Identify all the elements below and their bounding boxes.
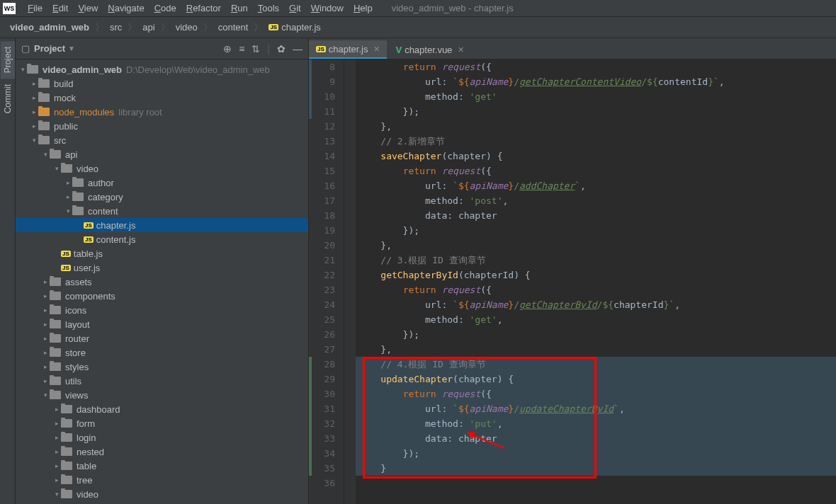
editor-tabs: JSchapter.js ✕ Vchapter.vue ✕ — [309, 38, 836, 59]
window-title: video_admin_web - chapter.js — [392, 3, 514, 13]
tree-item-mock[interactable]: ▸mock — [16, 91, 308, 105]
tree-item-views[interactable]: ▾views — [16, 388, 308, 402]
menu-git[interactable]: Git — [284, 3, 306, 13]
menu-window[interactable]: Window — [306, 3, 349, 13]
menu-file[interactable]: File — [23, 3, 47, 13]
tree-item-user-js[interactable]: ▸JSuser.js — [16, 260, 308, 275]
menu-edit[interactable]: Edit — [47, 3, 73, 13]
menu-bar: WS FileEditViewNavigateCodeRefactorRunTo… — [0, 0, 836, 17]
close-icon[interactable]: ✕ — [373, 45, 380, 54]
tree-item-form[interactable]: ▸form — [16, 416, 308, 430]
close-icon[interactable]: ✕ — [458, 45, 464, 55]
tree-item-chapter-js[interactable]: ▸JSchapter.js — [16, 218, 308, 232]
tree-item-video[interactable]: ▾video — [16, 161, 308, 176]
tree-item-video_admin_web[interactable]: ▾video_admin_webD:\Develop\Web\video_adm… — [16, 62, 308, 76]
tab-chapter-js[interactable]: JSchapter.js ✕ — [309, 40, 387, 59]
tree-item-category[interactable]: ▸category — [16, 190, 308, 204]
vue-icon: V — [395, 45, 402, 55]
project-view-icon: ▢ — [21, 43, 30, 54]
crumb[interactable]: video — [173, 22, 200, 33]
tree-item-icons[interactable]: ▸icons — [16, 303, 308, 317]
target-icon[interactable]: ⊕ — [223, 43, 232, 55]
tree-item-content-js[interactable]: ▸JScontent.js — [16, 232, 308, 246]
code-editor[interactable]: 8910111213141516171819202122232425262728… — [309, 59, 836, 504]
project-title[interactable]: Project — [34, 43, 65, 54]
tree-item-dashboard[interactable]: ▸dashboard — [16, 402, 308, 416]
tool-tab-commit[interactable]: Commit — [1, 79, 15, 119]
code-content[interactable]: return request({ url: `${apiName}/getCha… — [356, 59, 836, 504]
tree-item-api[interactable]: ▾api — [16, 147, 308, 161]
tree-item-video[interactable]: ▾video — [16, 487, 308, 501]
tree-item-table-js[interactable]: ▸JStable.js — [16, 246, 308, 260]
gear-icon[interactable]: ✿ — [277, 43, 286, 55]
chevron-down-icon[interactable]: ▼ — [68, 45, 75, 52]
crumb[interactable]: src — [107, 22, 125, 33]
tree-item-utils[interactable]: ▸utils — [16, 374, 308, 388]
project-sidebar: ▢ Project ▼ ⊕ ≡ ⇅ | ✿ — ▾video_admin_web… — [16, 38, 309, 504]
menu-help[interactable]: Help — [349, 3, 378, 13]
tree-item-router[interactable]: ▸router — [16, 331, 308, 345]
expand-icon[interactable]: ≡ — [239, 43, 244, 55]
menu-view[interactable]: View — [73, 3, 103, 13]
menu-refactor[interactable]: Refactor — [181, 3, 226, 13]
divider: | — [267, 43, 270, 55]
tool-window-stripe: Project Commit — [0, 38, 16, 504]
tree-item-login[interactable]: ▸login — [16, 430, 308, 445]
fold-gutter[interactable] — [347, 59, 356, 504]
tree-item-table[interactable]: ▸table — [16, 459, 308, 473]
crumb[interactable]: content — [215, 22, 252, 33]
tab-chapter-vue[interactable]: Vchapter.vue ✕ — [388, 40, 471, 59]
project-header: ▢ Project ▼ ⊕ ≡ ⇅ | ✿ — — [16, 38, 308, 59]
tree-item-tree[interactable]: ▸tree — [16, 473, 308, 487]
crumb-file[interactable]: JSchapter.js — [266, 22, 323, 33]
tree-item-store[interactable]: ▸store — [16, 345, 308, 360]
project-tree[interactable]: ▾video_admin_webD:\Develop\Web\video_adm… — [16, 59, 308, 504]
menu-run[interactable]: Run — [226, 3, 253, 13]
tree-item-layout[interactable]: ▸layout — [16, 317, 308, 331]
tree-item-assets[interactable]: ▸assets — [16, 275, 308, 289]
tree-item-src[interactable]: ▾src — [16, 133, 308, 147]
menu-tools[interactable]: Tools — [253, 3, 284, 13]
hide-icon[interactable]: — — [293, 43, 303, 55]
tool-tab-project[interactable]: Project — [1, 41, 15, 79]
app-icon: WS — [3, 3, 16, 14]
tree-item-build[interactable]: ▸build — [16, 76, 308, 91]
crumb[interactable]: video_admin_web — [7, 22, 92, 33]
crumb[interactable]: api — [140, 22, 157, 33]
tree-item-node_modules[interactable]: ▸node_moduleslibrary root — [16, 105, 308, 119]
breadcrumb-bar: video_admin_web 〉 src 〉 api 〉 video 〉 co… — [0, 17, 836, 38]
tree-item-public[interactable]: ▸public — [16, 119, 308, 133]
tree-item-content[interactable]: ▾content — [16, 204, 308, 218]
tree-item-author[interactable]: ▸author — [16, 176, 308, 190]
tree-item-components[interactable]: ▸components — [16, 289, 308, 303]
line-numbers: 8910111213141516171819202122232425262728… — [309, 59, 344, 504]
tree-item-styles[interactable]: ▸styles — [16, 360, 308, 374]
menu-navigate[interactable]: Navigate — [103, 3, 149, 13]
menu-code[interactable]: Code — [149, 3, 181, 13]
tree-item-nested[interactable]: ▸nested — [16, 445, 308, 459]
collapse-icon[interactable]: ⇅ — [252, 43, 260, 55]
editor-pane: JSchapter.js ✕ Vchapter.vue ✕ 8910111213… — [309, 38, 836, 504]
